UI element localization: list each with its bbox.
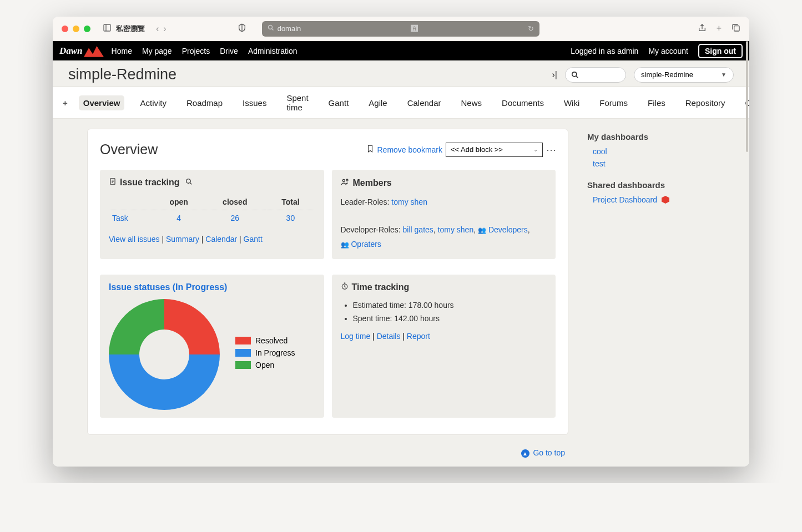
sidebar-collapse-icon[interactable]: ›| <box>552 70 557 80</box>
refresh-icon[interactable]: ↻ <box>528 24 534 33</box>
sidebar-toggle-icon[interactable] <box>103 23 112 34</box>
add-tab-button[interactable]: + <box>63 98 68 108</box>
back-button[interactable]: ‹ <box>156 24 159 34</box>
tab-forums[interactable]: Forums <box>595 95 632 110</box>
member-link[interactable]: tomy shen <box>391 197 427 206</box>
close-window-button[interactable] <box>62 26 68 32</box>
tab-news[interactable]: News <box>457 95 487 110</box>
issue-statuses-block: Issue statuses (In Progress) Resolved <box>100 275 324 418</box>
report-link[interactable]: Report <box>407 332 430 341</box>
total-count[interactable]: 30 <box>286 214 295 222</box>
svg-line-4 <box>271 29 273 31</box>
group-link[interactable]: Developers <box>488 225 528 234</box>
sign-out-button[interactable]: Sign out <box>698 44 743 58</box>
scrollbar[interactable] <box>746 41 748 152</box>
time-tracking-block: Time tracking Estimated time: 178.00 hou… <box>332 275 556 418</box>
legend-swatch <box>235 337 251 344</box>
minimize-window-button[interactable] <box>73 26 79 32</box>
go-to-top-link[interactable]: Go to top <box>533 448 565 457</box>
tab-overview[interactable]: Overview <box>79 95 125 110</box>
spent-time: Spent time: 142.00 hours <box>353 312 547 326</box>
cube-icon <box>662 196 669 204</box>
nav-projects[interactable]: Projects <box>182 47 210 55</box>
tab-gantt[interactable]: Gantt <box>324 95 354 110</box>
col-closed: closed <box>204 194 266 210</box>
group-icon: 👥 <box>478 226 486 234</box>
tab-calendar[interactable]: Calendar <box>403 95 446 110</box>
tab-roadmap[interactable]: Roadmap <box>182 95 227 110</box>
forward-button[interactable]: › <box>163 24 166 34</box>
chart-legend: Resolved In Progress Open <box>235 336 295 373</box>
col-open: open <box>154 194 204 210</box>
share-icon[interactable] <box>698 23 707 34</box>
add-block-selector[interactable]: << Add block >> ⌄ <box>446 143 543 157</box>
gantt-link[interactable]: Gantt <box>244 235 263 244</box>
nav-my-page[interactable]: My page <box>142 47 172 55</box>
url-text: domain <box>278 24 301 33</box>
project-selector[interactable]: simple-Redmine ▼ <box>634 67 734 83</box>
log-time-link[interactable]: Log time <box>341 332 371 341</box>
new-tab-icon[interactable]: + <box>717 23 722 34</box>
browser-window: 私密瀏覽 ‹ › domain 🅰 ↻ + Dawn <box>53 17 749 467</box>
col-total: Total <box>266 194 315 210</box>
dashboards-sidebar: My dashboards cool test Shared dashboard… <box>587 129 737 460</box>
private-browsing-label: 私密瀏覽 <box>116 24 145 34</box>
tab-files[interactable]: Files <box>643 95 670 110</box>
issue-statuses-title[interactable]: Issue statuses (In Progress) <box>109 282 227 292</box>
legend-item: In Progress <box>235 348 295 357</box>
shared-dashboards-heading: Shared dashboards <box>587 180 737 190</box>
nav-drive[interactable]: Drive <box>220 47 238 55</box>
closed-count[interactable]: 26 <box>231 214 240 222</box>
zoom-icon[interactable] <box>185 178 193 188</box>
member-link[interactable]: bill gates <box>403 225 433 234</box>
nav-administration[interactable]: Administration <box>248 47 297 55</box>
bookmark-icon[interactable] <box>366 145 374 154</box>
app-topbar: Dawn Home My page Projects Drive Adminis… <box>53 41 749 60</box>
open-count[interactable]: 4 <box>176 214 181 222</box>
summary-link[interactable]: Summary <box>166 235 199 244</box>
tab-wiki[interactable]: Wiki <box>559 95 584 110</box>
arrow-up-icon: ▲ <box>521 449 529 458</box>
tab-documents[interactable]: Documents <box>497 95 548 110</box>
maximize-window-button[interactable] <box>84 26 90 32</box>
dashboard-link[interactable]: test <box>593 159 737 168</box>
chevron-down-icon: ▼ <box>721 72 727 78</box>
project-header: simple-Redmine ›| simple-Redmine ▼ <box>53 60 749 87</box>
nav-home[interactable]: Home <box>112 47 132 55</box>
dashboard-link[interactable]: Project Dashboard <box>593 195 737 204</box>
privacy-shield-icon[interactable] <box>238 23 246 34</box>
app-logo[interactable]: Dawn <box>59 44 104 58</box>
search-input[interactable] <box>565 67 626 83</box>
tab-spent-time[interactable]: Spent time <box>282 90 312 115</box>
time-tracking-title: Time tracking <box>352 282 410 292</box>
developer-roles-label: Developer-Roles: <box>341 225 401 234</box>
tab-issues[interactable]: Issues <box>238 95 271 110</box>
browser-titlebar: 私密瀏覽 ‹ › domain 🅰 ↻ + <box>53 17 749 41</box>
view-all-issues-link[interactable]: View all issues <box>109 235 160 244</box>
reader-icon[interactable]: 🅰 <box>411 24 418 33</box>
group-link[interactable]: Opraters <box>351 240 381 249</box>
leader-roles-label: Leader-Roles: <box>341 197 390 206</box>
table-row: Task 4 26 30 <box>109 210 315 226</box>
dashboard-link[interactable]: cool <box>593 147 737 156</box>
svg-point-6 <box>572 72 577 76</box>
remove-bookmark-link[interactable]: Remove bookmark <box>377 145 443 154</box>
my-account-link[interactable]: My account <box>648 47 688 55</box>
tab-repository[interactable]: Repository <box>681 95 730 110</box>
project-tabs: + Overview Activity Roadmap Issues Spent… <box>53 87 749 119</box>
address-bar[interactable]: domain 🅰 ↻ <box>262 21 539 37</box>
tabs-overview-icon[interactable] <box>732 23 740 34</box>
more-menu-icon[interactable]: ⋯ <box>546 144 556 156</box>
overview-card: Overview Remove bookmark << Add block >>… <box>87 129 568 435</box>
clock-icon <box>341 282 349 292</box>
svg-rect-5 <box>734 26 739 31</box>
project-title: simple-Redmine <box>68 66 176 83</box>
group-icon: 👥 <box>341 241 349 249</box>
calendar-link[interactable]: Calendar <box>205 235 237 244</box>
members-title: Members <box>353 178 392 188</box>
member-link[interactable]: tomy shen <box>438 225 474 234</box>
tab-activity[interactable]: Activity <box>135 95 171 110</box>
details-link[interactable]: Details <box>377 332 401 341</box>
tab-agile[interactable]: Agile <box>364 95 391 110</box>
tracker-task-link[interactable]: Task <box>112 214 128 222</box>
